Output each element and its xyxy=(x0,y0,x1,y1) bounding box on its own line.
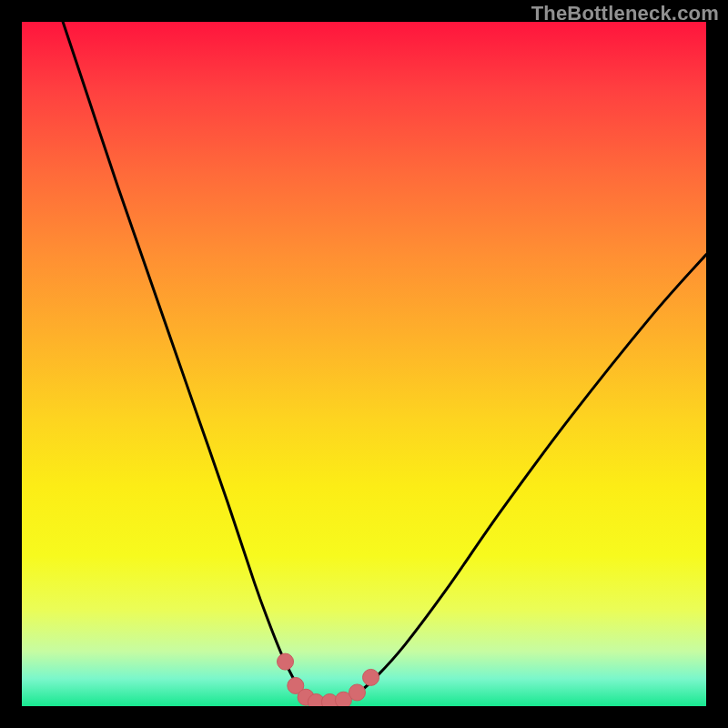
bottleneck-curve xyxy=(63,22,706,703)
trough-marker xyxy=(349,684,365,701)
trough-marker-group xyxy=(278,653,379,706)
trough-marker xyxy=(278,653,294,670)
chart-frame: TheBottleneck.com xyxy=(0,0,728,728)
chart-svg xyxy=(22,22,706,706)
chart-plot-area xyxy=(22,22,706,706)
watermark-text: TheBottleneck.com xyxy=(531,2,719,25)
trough-marker xyxy=(363,669,379,685)
